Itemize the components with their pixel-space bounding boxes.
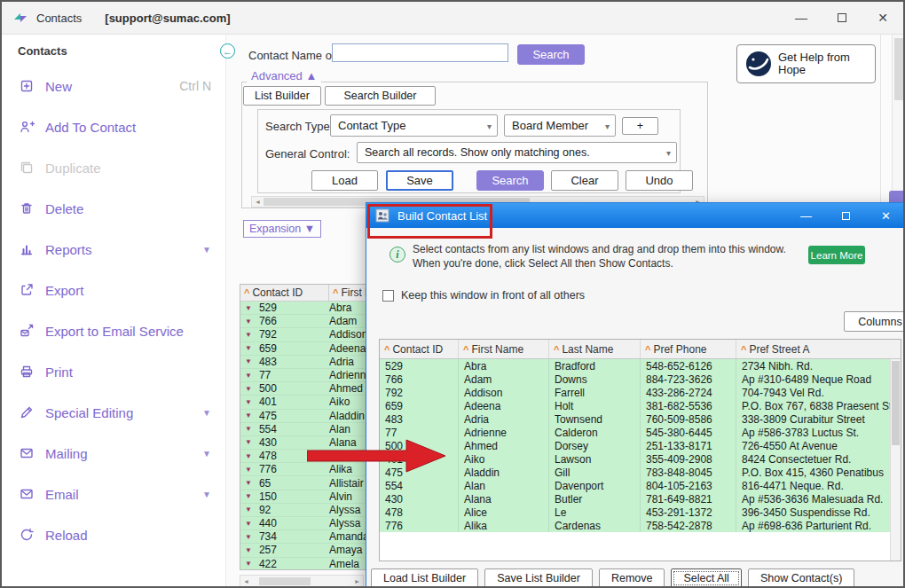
- sidebar-item-add-to-contact[interactable]: Add To Contact: [2, 106, 225, 147]
- column-header-contact-id[interactable]: ^Contact ID: [380, 340, 459, 358]
- main-vertical-scrollbar[interactable]: [892, 35, 905, 202]
- contact-row[interactable]: 478AliceLe453-291-1372396-3450 Suspendis…: [380, 506, 901, 519]
- contact-row[interactable]: 500AhmedDorsey251-133-8171726-4550 At Av…: [380, 439, 901, 452]
- sidebar-item-delete[interactable]: Delete: [2, 188, 225, 229]
- contact-row[interactable]: 475AladdinGill783-848-8045P.O. Box 415, …: [380, 466, 901, 479]
- sidebar-item-mailing[interactable]: Mailing▼: [2, 433, 225, 474]
- columns-button[interactable]: Columns: [844, 311, 905, 332]
- general-control-select[interactable]: Search all records. Show only matching o…: [357, 142, 677, 163]
- sidebar-item-reload[interactable]: Reload: [2, 514, 225, 555]
- save-button[interactable]: Save: [386, 170, 453, 191]
- contact-row[interactable]: ▼257Amaya: [240, 544, 368, 557]
- load-list-builder-button[interactable]: Load List Builder: [371, 568, 478, 588]
- sidebar-item-email[interactable]: Email▼: [2, 474, 225, 514]
- contact-id-value: 92: [259, 504, 271, 516]
- contact-row[interactable]: ▼483Adria: [240, 356, 368, 369]
- contact-row[interactable]: 554AlanDavenport804-105-2163816-4471 Neq…: [380, 479, 901, 492]
- column-header-first-name[interactable]: ^ First Name: [329, 285, 368, 301]
- dialog-close-icon[interactable]: ✕: [866, 203, 905, 228]
- dialog-minimize-icon[interactable]: —: [786, 203, 826, 228]
- sidebar-item-export-to-email-service[interactable]: Export to Email Service: [2, 310, 225, 351]
- search-type-select[interactable]: Contact Type ▾: [330, 114, 498, 137]
- scroll-right-icon[interactable]: ►: [351, 576, 363, 586]
- contact-row[interactable]: ▼422Amela: [240, 558, 368, 570]
- column-label: Pref Street A: [749, 343, 809, 356]
- collapse-panel-icon[interactable]: ←: [220, 43, 235, 59]
- expansion-toggle[interactable]: Expansion ▼: [243, 220, 321, 238]
- add-criterion-button[interactable]: +: [622, 117, 658, 135]
- last-name-cell: Downs: [549, 372, 641, 386]
- contact-row[interactable]: 77AdrienneCalderon545-380-6445Ap #586-37…: [380, 426, 901, 439]
- close-icon[interactable]: ✕: [862, 2, 903, 34]
- contact-row[interactable]: ▼554Alan: [240, 423, 368, 436]
- advanced-toggle[interactable]: Advanced ▲: [247, 69, 321, 82]
- column-header-first-name[interactable]: ^First Name: [459, 340, 549, 358]
- contact-row[interactable]: 659AdeenaHolt381-682-5536P.O. Box 767, 6…: [380, 399, 901, 412]
- column-header-pref-phone[interactable]: ^Pref Phone: [641, 340, 736, 358]
- contact-row[interactable]: ▼65Allistair: [240, 476, 368, 490]
- contact-row[interactable]: 792AddisonFarrell433-286-2724704-7943 Ve…: [380, 386, 901, 399]
- scrollbar-thumb[interactable]: [894, 38, 903, 100]
- pref-street-cell: 726-4550 At Avenue: [736, 439, 891, 452]
- contact-row[interactable]: ▼440Alyssa: [240, 517, 368, 530]
- dialog-maximize-icon[interactable]: [826, 203, 866, 228]
- contact-row[interactable]: ▼529Abra: [240, 302, 368, 315]
- contact-row[interactable]: ▼500Ahmed: [240, 382, 368, 396]
- search-button[interactable]: Search: [517, 44, 585, 65]
- learn-more-button[interactable]: Learn More: [808, 246, 865, 264]
- partially-visible-search-button[interactable]: [889, 191, 905, 202]
- remove-button[interactable]: Remove: [599, 568, 665, 588]
- sort-caret-icon: ^: [554, 344, 559, 355]
- contact-row[interactable]: ▼92Alyssa: [240, 504, 368, 517]
- minimize-icon[interactable]: —: [781, 2, 822, 34]
- scrollbar-thumb[interactable]: [259, 577, 311, 585]
- maximize-icon[interactable]: [822, 2, 862, 34]
- contact-row[interactable]: ▼659Adeena: [240, 342, 368, 356]
- search-builder-button[interactable]: Search Builder: [325, 86, 436, 106]
- scroll-left-icon[interactable]: ◄: [240, 576, 252, 586]
- contact-row[interactable]: ▼150Alvin: [240, 490, 368, 504]
- column-header-contact-id[interactable]: ^ Contact ID: [240, 285, 329, 301]
- sidebar-item-new[interactable]: NewCtrl N: [2, 66, 225, 106]
- load-button[interactable]: Load: [311, 170, 378, 191]
- sidebar-item-export[interactable]: Export: [2, 270, 225, 310]
- contact-row[interactable]: 483AdriaTownsend760-509-8586338-3809 Cur…: [380, 412, 901, 426]
- search-button[interactable]: Search: [476, 170, 544, 191]
- clear-button[interactable]: Clear: [551, 170, 618, 191]
- select-all-button[interactable]: Select All: [671, 568, 741, 588]
- scroll-left-icon[interactable]: ◄: [252, 197, 264, 207]
- row-marker-icon: ▼: [245, 398, 252, 406]
- contact-row[interactable]: ▼734Amanda: [240, 530, 368, 544]
- scrollbar-thumb[interactable]: [892, 361, 900, 445]
- save-list-builder-button[interactable]: Save List Builder: [484, 568, 593, 588]
- contact-row[interactable]: 529AbraBradford548-652-61262734 Nibh. Rd…: [380, 359, 901, 372]
- sidebar-item-special-editing[interactable]: Special Editing▼: [2, 392, 225, 433]
- contact-name-input[interactable]: [332, 43, 508, 62]
- contact-row[interactable]: 430AlanaButler781-649-8821Ap #536-3636 M…: [380, 492, 901, 506]
- first-name-cell: Amaya: [329, 544, 368, 556]
- contact-row[interactable]: ▼766Adam: [240, 315, 368, 328]
- first-name-cell: Adam: [329, 315, 368, 327]
- get-help-button[interactable]: Get Help from Hope: [736, 44, 876, 83]
- column-header-pref-street-a[interactable]: ^Pref Street A: [736, 340, 891, 358]
- column-header-last-name[interactable]: ^Last Name: [549, 340, 641, 358]
- app-window: Contacts [support@sumac.com] — ✕ Contact…: [0, 0, 905, 588]
- list-builder-button[interactable]: List Builder: [243, 86, 321, 106]
- contact-id-cell: 766: [380, 372, 459, 386]
- contact-row[interactable]: ▼401Aiko: [240, 396, 368, 409]
- contact-row[interactable]: ▼792Addison: [240, 328, 368, 341]
- build-list-vertical-scrollbar[interactable]: [890, 359, 901, 561]
- sidebar-item-reports[interactable]: Reports▼: [2, 229, 225, 270]
- undo-button[interactable]: Undo: [626, 170, 693, 191]
- contact-row[interactable]: ▼475Aladdin: [240, 410, 368, 423]
- show-contact-s-button[interactable]: Show Contact(s): [748, 568, 854, 588]
- contact-row[interactable]: 401AikoLawson355-409-29088424 Consectetu…: [380, 452, 901, 466]
- row-marker-icon: ▼: [245, 546, 252, 554]
- sidebar-item-print[interactable]: Print: [2, 351, 225, 392]
- contact-row[interactable]: ▼77Adrienne: [240, 369, 368, 382]
- contact-row[interactable]: 766AdamDowns884-723-3626Ap #310-6489 Neq…: [380, 372, 901, 386]
- contacts-list-horizontal-scrollbar[interactable]: ◄ ►: [240, 575, 364, 587]
- contact-type-value-select[interactable]: Board Member ▾: [504, 114, 616, 137]
- keep-in-front-checkbox[interactable]: [382, 290, 394, 302]
- contact-row[interactable]: 776AlikaCardenas758-542-2878Ap #698-636 …: [380, 519, 901, 532]
